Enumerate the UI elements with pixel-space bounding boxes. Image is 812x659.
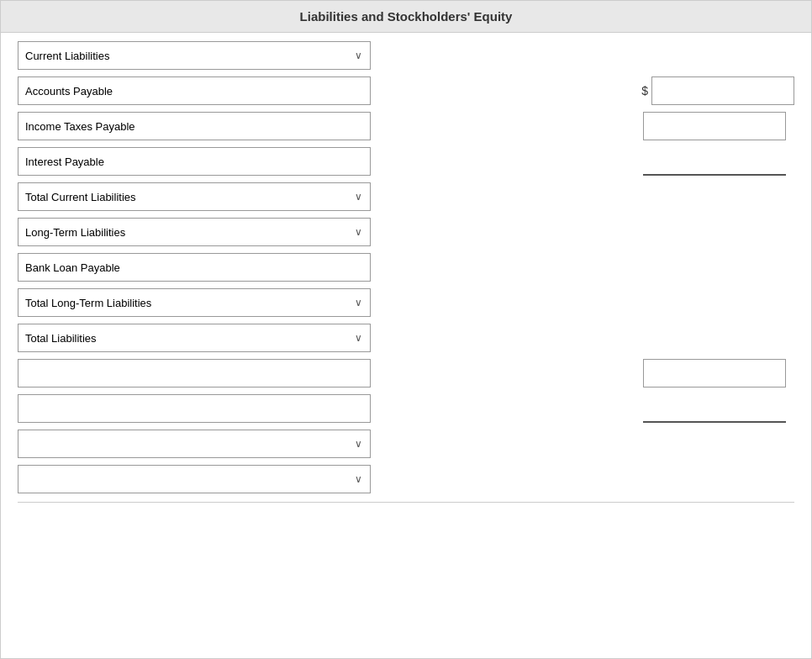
bank-loan-payable-input[interactable] [18, 253, 371, 282]
total-long-term-select[interactable]: Total Long-Term Liabilities [18, 288, 371, 317]
left-cell-income-taxes [18, 112, 371, 140]
blank-input-2[interactable] [18, 394, 371, 423]
content-area: Current Liabilities $ [1, 33, 811, 526]
row-total-liabilities: Total Liabilities [18, 324, 794, 352]
blank-value-input-1[interactable] [643, 359, 786, 387]
right-cell-accounts-payable: $ [641, 76, 794, 105]
row-total-current-liabilities: Total Current Liabilities [18, 182, 794, 211]
blank-input-1[interactable] [18, 359, 371, 387]
blank-dropdown-1-select[interactable] [18, 430, 371, 458]
row-accounts-payable: $ [18, 76, 794, 105]
row-blank-dropdown-1 [18, 430, 794, 458]
current-liabilities-wrapper: Current Liabilities [18, 41, 371, 70]
page-container: Liabilities and Stockholders' Equity Cur… [0, 0, 812, 659]
total-current-liabilities-select[interactable]: Total Current Liabilities [18, 182, 371, 211]
interest-payable-input[interactable] [18, 147, 371, 176]
row-long-term-liabilities: Long-Term Liabilities [18, 218, 794, 246]
total-liabilities-select[interactable]: Total Liabilities [18, 324, 371, 352]
left-cell-blank-dropdown-2 [18, 465, 371, 493]
long-term-liabilities-wrapper: Long-Term Liabilities [18, 218, 371, 246]
row-blank-1 [18, 359, 794, 387]
row-interest-payable [18, 147, 794, 176]
left-cell-total-current: Total Current Liabilities [18, 182, 371, 211]
section-header: Liabilities and Stockholders' Equity [1, 1, 811, 33]
left-cell-bank-loan [18, 253, 371, 282]
long-term-liabilities-select[interactable]: Long-Term Liabilities [18, 218, 371, 246]
row-income-taxes-payable [18, 112, 794, 140]
left-cell-long-term: Long-Term Liabilities [18, 218, 371, 246]
income-taxes-payable-input[interactable] [18, 112, 371, 140]
right-cell-blank-1 [643, 359, 794, 387]
row-bank-loan-payable [18, 253, 794, 282]
row-total-long-term-liabilities: Total Long-Term Liabilities [18, 288, 794, 317]
left-cell-blank-1 [18, 359, 371, 387]
current-liabilities-select[interactable]: Current Liabilities [18, 41, 371, 70]
income-taxes-value-input[interactable] [643, 112, 786, 140]
row-current-liabilities: Current Liabilities [18, 41, 794, 70]
left-cell-current-liabilities: Current Liabilities [18, 41, 371, 70]
right-cell-blank-2 [643, 394, 794, 423]
blank-dropdown-2-select[interactable] [18, 465, 371, 493]
row-blank-dropdown-2 [18, 465, 794, 493]
left-cell-total-liabilities: Total Liabilities [18, 324, 371, 352]
accounts-payable-input[interactable] [18, 76, 371, 105]
left-cell-blank-dropdown-1 [18, 430, 371, 458]
accounts-payable-value-input[interactable] [651, 76, 794, 105]
interest-payable-value-input[interactable] [643, 147, 786, 176]
right-cell-income-taxes [643, 112, 794, 140]
total-current-liabilities-wrapper: Total Current Liabilities [18, 182, 371, 211]
dollar-sign: $ [641, 84, 648, 98]
left-cell-interest-payable [18, 147, 371, 176]
blank-dropdown-1-wrapper [18, 430, 371, 458]
section-title: Liabilities and Stockholders' Equity [300, 9, 513, 24]
total-long-term-wrapper: Total Long-Term Liabilities [18, 288, 371, 317]
blank-value-input-2[interactable] [643, 394, 786, 423]
bottom-divider-row [18, 502, 794, 511]
total-liabilities-wrapper: Total Liabilities [18, 324, 371, 352]
right-cell-interest-payable [643, 147, 794, 176]
blank-dropdown-2-wrapper [18, 465, 371, 493]
left-cell-blank-2 [18, 394, 371, 423]
left-cell-accounts-payable [18, 76, 371, 105]
row-blank-2 [18, 394, 794, 423]
left-cell-total-long-term: Total Long-Term Liabilities [18, 288, 371, 317]
